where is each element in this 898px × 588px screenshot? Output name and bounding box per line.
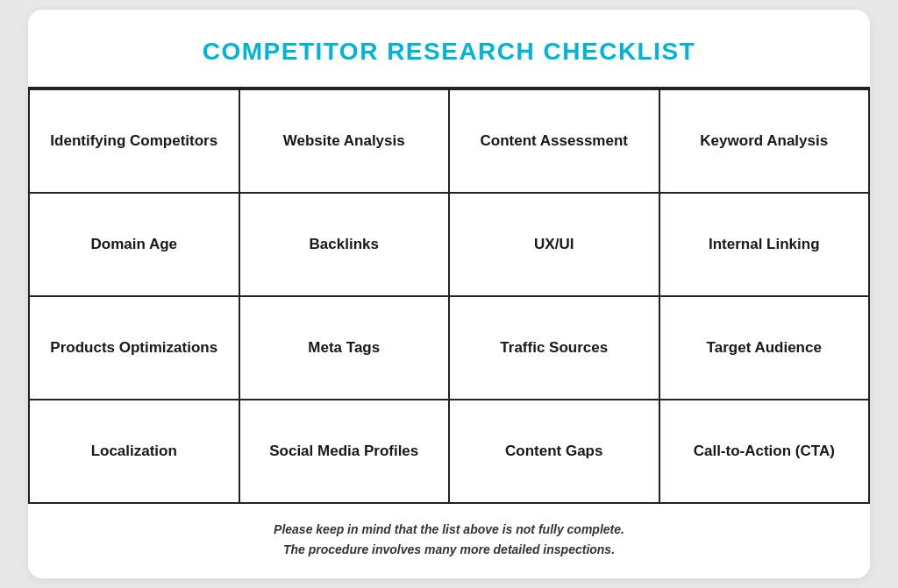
cell-label-meta-tags: Meta Tags bbox=[308, 338, 380, 358]
grid-cell-content-gaps: Content Gaps bbox=[450, 400, 660, 504]
checklist-card: COMPETITOR RESEARCH CHECKLIST Identifyin… bbox=[28, 10, 870, 578]
grid-cell-call-to-action: Call-to-Action (CTA) bbox=[660, 400, 871, 504]
grid-cell-keyword-analysis: Keyword Analysis bbox=[660, 90, 871, 194]
card-header: COMPETITOR RESEARCH CHECKLIST bbox=[28, 10, 870, 89]
grid-cell-content-assessment: Content Assessment bbox=[450, 90, 660, 194]
cell-label-content-assessment: Content Assessment bbox=[481, 131, 628, 151]
grid-cell-identifying-competitors: Identifying Competitors bbox=[30, 90, 240, 194]
grid-cell-localization: Localization bbox=[30, 400, 240, 504]
cell-label-products-optimizations: Products Optimizations bbox=[50, 338, 217, 358]
cell-label-social-media-profiles: Social Media Profiles bbox=[269, 442, 418, 461]
grid-cell-ux-ui: UX/UI bbox=[450, 194, 660, 297]
cell-label-target-audience: Target Audience bbox=[707, 338, 822, 358]
page-title: COMPETITOR RESEARCH CHECKLIST bbox=[46, 38, 852, 66]
grid-cell-internal-linking: Internal Linking bbox=[660, 194, 871, 297]
cell-label-content-gaps: Content Gaps bbox=[505, 442, 602, 461]
cell-label-internal-linking: Internal Linking bbox=[709, 235, 820, 254]
cell-label-backlinks: Backlinks bbox=[310, 235, 379, 254]
checklist-grid: Identifying CompetitorsWebsite AnalysisC… bbox=[28, 89, 870, 504]
grid-cell-domain-age: Domain Age bbox=[30, 194, 240, 297]
grid-cell-backlinks: Backlinks bbox=[240, 194, 451, 297]
grid-cell-social-media-profiles: Social Media Profiles bbox=[240, 400, 451, 504]
cell-label-ux-ui: UX/UI bbox=[534, 235, 574, 254]
grid-cell-target-audience: Target Audience bbox=[660, 297, 871, 400]
card-footer: Please keep in mind that the list above … bbox=[28, 504, 870, 578]
cell-label-domain-age: Domain Age bbox=[90, 235, 177, 254]
cell-label-website-analysis: Website Analysis bbox=[283, 131, 405, 151]
cell-label-traffic-sources: Traffic Sources bbox=[500, 338, 608, 358]
cell-label-localization: Localization bbox=[91, 442, 177, 461]
grid-cell-meta-tags: Meta Tags bbox=[240, 297, 451, 400]
cell-label-call-to-action: Call-to-Action (CTA) bbox=[694, 442, 835, 461]
grid-cell-website-analysis: Website Analysis bbox=[240, 90, 451, 194]
cell-label-keyword-analysis: Keyword Analysis bbox=[700, 131, 828, 151]
grid-cell-products-optimizations: Products Optimizations bbox=[30, 297, 240, 400]
cell-label-identifying-competitors: Identifying Competitors bbox=[50, 131, 217, 151]
grid-cell-traffic-sources: Traffic Sources bbox=[450, 297, 660, 400]
footer-text: Please keep in mind that the list above … bbox=[46, 520, 852, 559]
